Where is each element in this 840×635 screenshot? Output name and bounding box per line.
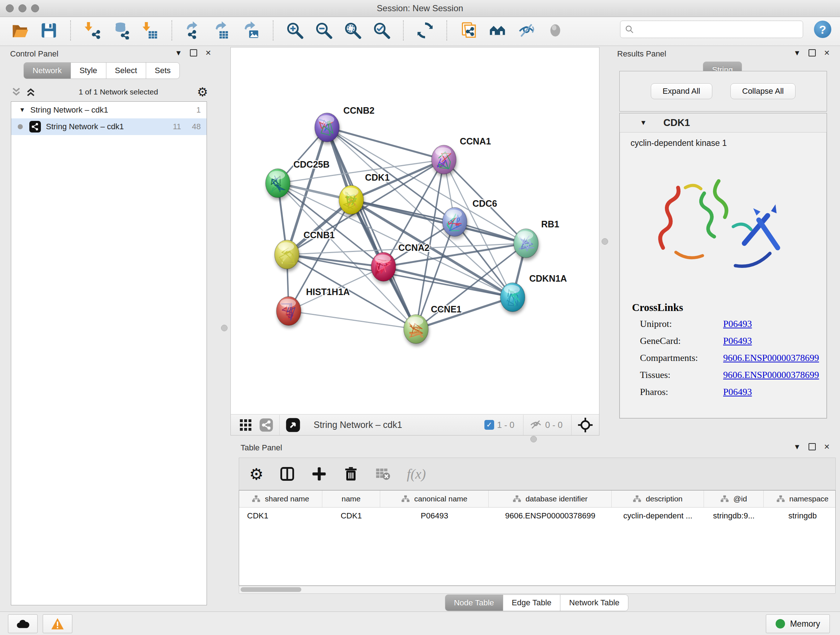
table-panel-float-menu-icon[interactable]: ▼ bbox=[793, 443, 801, 450]
scrollbar-thumb[interactable] bbox=[240, 587, 302, 592]
crosslink-row: Tissues:9606.ENSP00000378699 bbox=[632, 370, 827, 380]
column-header-description[interactable]: description bbox=[612, 491, 704, 507]
import-database-button[interactable] bbox=[111, 20, 132, 41]
search-input[interactable] bbox=[620, 21, 803, 38]
results-panel-float-menu-icon[interactable]: ▼ bbox=[793, 49, 801, 57]
collapse-all-networks-icon[interactable] bbox=[11, 87, 22, 97]
cloud-button[interactable] bbox=[8, 614, 38, 633]
table-toolbar: ⚙ f(x) bbox=[239, 458, 836, 490]
column-header-canonical-name[interactable]: canonical name bbox=[380, 491, 489, 507]
network-from-selection-button[interactable] bbox=[458, 20, 479, 41]
tab-sets[interactable]: Sets bbox=[146, 62, 180, 79]
table-panel-float-icon[interactable] bbox=[808, 443, 816, 450]
network-collection-row[interactable]: ▼ String Network – cdk1 1 bbox=[11, 102, 207, 119]
open-session-button[interactable] bbox=[9, 20, 30, 41]
export-image-button[interactable] bbox=[241, 20, 262, 41]
gear-icon[interactable]: ⚙ bbox=[249, 465, 264, 483]
left-splitter-handle[interactable] bbox=[221, 325, 227, 331]
function-icon: f(x) bbox=[407, 466, 426, 482]
help-button[interactable]: ? bbox=[814, 21, 831, 38]
tab-select[interactable]: Select bbox=[106, 62, 146, 79]
refresh-button[interactable] bbox=[415, 20, 436, 41]
memory-button[interactable]: Memory bbox=[766, 614, 830, 633]
share-icon[interactable] bbox=[259, 418, 273, 432]
node-CCNA1[interactable]: CCNA1 bbox=[431, 136, 491, 174]
control-panel-float-menu-icon[interactable]: ▼ bbox=[175, 49, 182, 57]
table-cell[interactable]: 9606.ENSP00000378699 bbox=[489, 508, 612, 524]
control-panel-float-icon[interactable] bbox=[190, 49, 197, 57]
delete-icon[interactable] bbox=[343, 466, 359, 482]
zoom-fit-button[interactable] bbox=[342, 20, 363, 41]
hidden-eye-icon[interactable] bbox=[529, 418, 542, 432]
export-network-button[interactable] bbox=[183, 20, 204, 41]
edge-HIST1H1A-CCNE1[interactable] bbox=[289, 311, 416, 329]
node-CCNB2[interactable]: CCNB2 bbox=[315, 105, 374, 142]
search-field[interactable] bbox=[637, 24, 803, 35]
network-view[interactable]: CCNB2CCNA1CDC25BCDK1CDC6RB1CCNB1CCNA2CDK… bbox=[231, 47, 600, 435]
crosslink-link[interactable]: 9606.ENSP00000378699 bbox=[723, 353, 819, 363]
table-cell[interactable]: stringdb bbox=[764, 508, 836, 524]
table-row[interactable]: CDK1CDK1P064939606.ENSP00000378699cyclin… bbox=[239, 508, 835, 524]
tab-node-table[interactable]: Node Table bbox=[445, 594, 503, 611]
tab-edge-table[interactable]: Edge Table bbox=[503, 594, 561, 611]
birdseye-icon[interactable] bbox=[286, 417, 301, 432]
node-card-collapse-icon[interactable]: ▼ bbox=[640, 119, 647, 127]
network-options-gear-icon[interactable]: ⚙ bbox=[197, 86, 208, 98]
table-cell[interactable]: P06493 bbox=[380, 508, 489, 524]
crosslink-link[interactable]: P06493 bbox=[723, 318, 752, 329]
zoom-selected-button[interactable] bbox=[371, 20, 392, 41]
table-cell[interactable]: stringdb:9... bbox=[704, 508, 764, 524]
column-header-database-identifier[interactable]: database identifier bbox=[489, 491, 612, 507]
column-header-@id[interactable]: @id bbox=[704, 491, 764, 507]
results-panel-float-icon[interactable] bbox=[808, 49, 816, 57]
crosslink-link[interactable]: 9606.ENSP00000378699 bbox=[723, 370, 819, 380]
column-header-name[interactable]: name bbox=[322, 491, 380, 507]
export-table-button[interactable] bbox=[212, 20, 233, 41]
node-table[interactable]: shared namenamecanonical namedatabase id… bbox=[239, 490, 836, 586]
node-CDKN1A[interactable]: CDKN1A bbox=[500, 273, 567, 312]
expand-all-button[interactable]: Expand All bbox=[651, 83, 712, 99]
zoom-in-icon bbox=[286, 21, 304, 40]
crosslink-link[interactable]: P06493 bbox=[723, 386, 752, 397]
node-label-CCNA1: CCNA1 bbox=[460, 136, 491, 146]
zoom-out-button[interactable] bbox=[313, 20, 334, 41]
selected-checkbox[interactable]: ✓ bbox=[485, 420, 494, 430]
results-panel-close-icon[interactable]: ✕ bbox=[824, 49, 830, 57]
network-node-count: 11 bbox=[173, 122, 181, 131]
control-panel-close-icon[interactable]: ✕ bbox=[205, 49, 211, 57]
edge-CCNB1-CCNA2[interactable] bbox=[287, 255, 384, 267]
table-cell[interactable]: cyclin-dependent ... bbox=[612, 508, 704, 524]
tab-network[interactable]: Network bbox=[24, 62, 71, 79]
save-session-button[interactable] bbox=[38, 20, 59, 41]
warnings-button[interactable] bbox=[43, 614, 73, 633]
import-network-button[interactable] bbox=[82, 20, 103, 41]
collection-expand-icon[interactable]: ▼ bbox=[19, 106, 25, 114]
tab-network-table[interactable]: Network Table bbox=[561, 594, 628, 611]
add-column-icon[interactable] bbox=[311, 466, 327, 482]
node-RB1[interactable]: RB1 bbox=[514, 219, 559, 258]
import-table-button[interactable] bbox=[140, 20, 161, 41]
columns-icon[interactable] bbox=[279, 466, 295, 482]
crosshair-icon[interactable] bbox=[577, 417, 593, 433]
hide-selected-button[interactable] bbox=[516, 20, 537, 41]
collapse-all-button[interactable]: Collapse All bbox=[730, 83, 796, 99]
network-canvas[interactable]: CCNB2CCNA1CDC25BCDK1CDC6RB1CCNB1CCNA2CDK… bbox=[231, 48, 599, 415]
first-neighbors-button[interactable] bbox=[487, 20, 508, 41]
network-row[interactable]: String Network – cdk1 11 48 bbox=[11, 119, 207, 135]
node-card-header[interactable]: ▼ CDK1 bbox=[620, 113, 827, 133]
grid-icon[interactable] bbox=[239, 418, 253, 432]
node-CDC6[interactable]: CDC6 bbox=[442, 198, 497, 236]
edge-CCNB2-RB1[interactable] bbox=[327, 127, 526, 243]
column-header-shared-name[interactable]: shared name bbox=[239, 491, 322, 507]
column-header-namespace[interactable]: namespace bbox=[764, 491, 836, 507]
tab-style[interactable]: Style bbox=[71, 62, 106, 79]
table-panel-close-icon[interactable]: ✕ bbox=[824, 443, 830, 450]
table-cell[interactable]: CDK1 bbox=[322, 508, 380, 524]
crosslink-link[interactable]: P06493 bbox=[723, 336, 752, 347]
expand-all-networks-icon[interactable] bbox=[25, 87, 36, 97]
table-cell[interactable]: CDK1 bbox=[239, 508, 322, 524]
edge-CDK1-RB1[interactable] bbox=[351, 200, 526, 243]
show-all-button[interactable] bbox=[545, 20, 566, 41]
table-horizontal-scrollbar[interactable] bbox=[239, 586, 836, 594]
zoom-in-button[interactable] bbox=[284, 20, 305, 41]
